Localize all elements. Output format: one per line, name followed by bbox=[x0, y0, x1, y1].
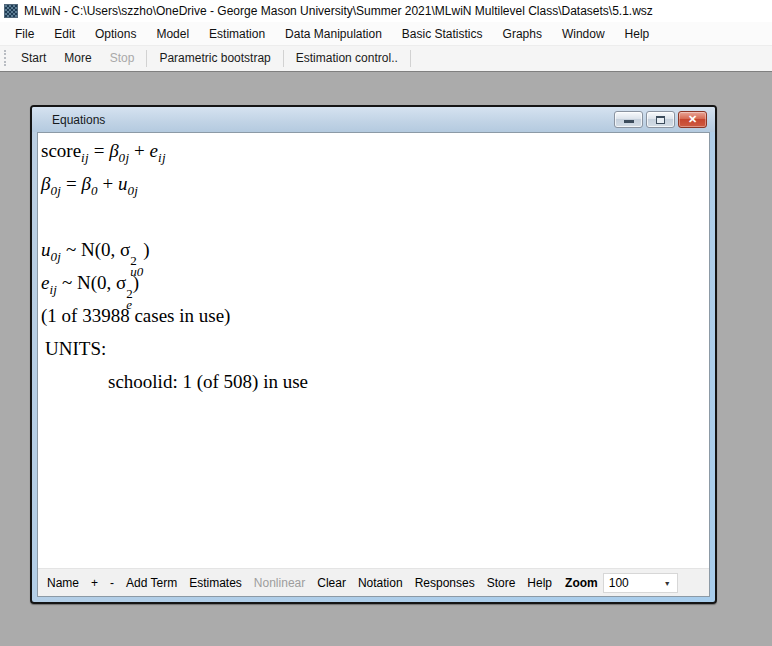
equation-line[interactable]: scoreij = β0j + eij bbox=[41, 134, 709, 167]
close-button[interactable]: ✕ bbox=[678, 111, 707, 128]
window-controls: ✕ bbox=[614, 111, 707, 128]
eq-toolbar-button-notation[interactable]: Notation bbox=[352, 576, 409, 590]
main-toolbar: StartMoreStopParametric bootstrapEstimat… bbox=[0, 46, 772, 70]
menu-item-basic-statistics[interactable]: Basic Statistics bbox=[392, 22, 493, 45]
menu-item-data-manipulation[interactable]: Data Manipulation bbox=[275, 22, 392, 45]
equations-content: scoreij = β0j + eijβ0j = β0 + u0ju0j ~ N… bbox=[38, 133, 709, 568]
menu-item-edit[interactable]: Edit bbox=[44, 22, 85, 45]
eq-toolbar-button-store[interactable]: Store bbox=[481, 576, 522, 590]
close-icon: ✕ bbox=[688, 113, 697, 126]
menu-item-model[interactable]: Model bbox=[146, 22, 199, 45]
restore-icon bbox=[656, 116, 665, 124]
equations-window-title: Equations bbox=[52, 113, 614, 127]
eq-toolbar-button-add-term[interactable]: Add Term bbox=[120, 576, 183, 590]
equations-titlebar[interactable]: Equations ✕ bbox=[32, 107, 715, 132]
eq-toolbar-button-nonlinear: Nonlinear bbox=[248, 576, 311, 590]
eq-toolbar-button-clear[interactable]: Clear bbox=[311, 576, 352, 590]
dropdown-arrow-icon: ▼ bbox=[664, 579, 671, 586]
menu-item-help[interactable]: Help bbox=[615, 22, 660, 45]
info-line: UNITS: bbox=[41, 332, 709, 365]
equation-line[interactable]: β0j = β0 + u0j bbox=[41, 167, 709, 200]
menu-item-file[interactable]: File bbox=[5, 22, 44, 45]
equations-toolbar: Name+-Add TermEstimatesNonlinearClearNot… bbox=[38, 568, 709, 596]
zoom-value: 100 bbox=[609, 576, 629, 590]
toolbar-button-parametric-bootstrap[interactable]: Parametric bootstrap bbox=[150, 51, 279, 65]
restore-button[interactable] bbox=[646, 111, 675, 128]
toolbar-separator bbox=[283, 50, 284, 67]
app-window-chrome: MLwiN - C:\Users\szzho\OneDrive - George… bbox=[0, 0, 772, 72]
blank-line bbox=[41, 200, 709, 233]
equation-line[interactable]: u0j ~ N(0, σ2u0) bbox=[41, 233, 709, 266]
eq-toolbar-button-item[interactable]: - bbox=[104, 576, 120, 590]
eq-toolbar-button-plus[interactable]: + bbox=[85, 576, 104, 590]
eq-toolbar-button-help[interactable]: Help bbox=[521, 576, 558, 590]
equations-client-area: scoreij = β0j + eijβ0j = β0 + u0ju0j ~ N… bbox=[37, 132, 710, 597]
info-line: (1 of 33988 cases in use) bbox=[41, 299, 709, 332]
app-titlebar[interactable]: MLwiN - C:\Users\szzho\OneDrive - George… bbox=[0, 0, 772, 22]
zoom-combobox[interactable]: 100 ▼ bbox=[603, 573, 678, 593]
info-line: schoolid: 1 (of 508) in use bbox=[41, 365, 709, 398]
minimize-button[interactable] bbox=[614, 111, 643, 128]
menu-item-window[interactable]: Window bbox=[552, 22, 615, 45]
menu-bar: FileEditOptionsModelEstimationData Manip… bbox=[0, 22, 772, 46]
eq-toolbar-button-name[interactable]: Name bbox=[41, 576, 85, 590]
toolbar-button-more[interactable]: More bbox=[55, 51, 100, 65]
zoom-label: Zoom bbox=[558, 576, 603, 590]
toolbar-separator bbox=[410, 50, 411, 67]
menu-item-options[interactable]: Options bbox=[85, 22, 146, 45]
toolbar-button-estimation-control[interactable]: Estimation control.. bbox=[287, 51, 407, 65]
app-title: MLwiN - C:\Users\szzho\OneDrive - George… bbox=[24, 4, 653, 18]
menu-item-estimation[interactable]: Estimation bbox=[199, 22, 275, 45]
toolbar-button-stop: Stop bbox=[101, 51, 144, 65]
eq-toolbar-button-responses[interactable]: Responses bbox=[409, 576, 481, 590]
equations-window: Equations ✕ scoreij = β0j + eijβ0j = β0 … bbox=[30, 105, 717, 604]
toolbar-grip-handle[interactable] bbox=[4, 50, 7, 66]
menu-item-graphs[interactable]: Graphs bbox=[493, 22, 552, 45]
mlwin-app-icon bbox=[4, 4, 18, 18]
minimize-icon bbox=[624, 120, 634, 123]
toolbar-separator bbox=[146, 50, 147, 67]
toolbar-button-start[interactable]: Start bbox=[12, 51, 55, 65]
eq-toolbar-button-estimates[interactable]: Estimates bbox=[183, 576, 248, 590]
